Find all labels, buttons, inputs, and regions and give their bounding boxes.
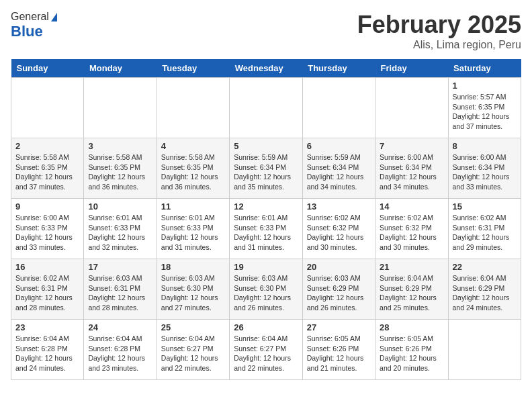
calendar-cell: 13Sunrise: 6:02 AMSunset: 6:32 PMDayligh… (302, 199, 375, 259)
day-info: Sunrise: 6:05 AMSunset: 6:26 PMDaylight:… (380, 334, 443, 373)
day-info: Sunrise: 6:04 AMSunset: 6:27 PMDaylight:… (161, 334, 225, 373)
calendar-cell: 19Sunrise: 6:03 AMSunset: 6:30 PMDayligh… (230, 259, 302, 320)
day-info: Sunrise: 6:02 AMSunset: 6:32 PMDaylight:… (380, 213, 443, 253)
calendar-cell: 12Sunrise: 6:01 AMSunset: 6:33 PMDayligh… (230, 199, 302, 259)
calendar-header-sunday: Sunday (11, 59, 84, 78)
day-info: Sunrise: 6:00 AMSunset: 6:33 PMDaylight:… (15, 213, 79, 253)
calendar-week-1: 1Sunrise: 5:57 AMSunset: 6:35 PMDaylight… (11, 78, 521, 138)
calendar-header-row: SundayMondayTuesdayWednesdayThursdayFrid… (11, 59, 521, 78)
calendar-cell: 27Sunrise: 6:05 AMSunset: 6:26 PMDayligh… (302, 320, 375, 380)
title-block: February 2025 Alis, Lima region, Peru (357, 11, 521, 51)
day-info: Sunrise: 5:58 AMSunset: 6:35 PMDaylight:… (15, 152, 79, 192)
calendar-cell (11, 78, 84, 138)
calendar-header-friday: Friday (375, 59, 448, 78)
day-info: Sunrise: 6:04 AMSunset: 6:29 PMDaylight:… (453, 273, 517, 313)
day-number: 16 (15, 262, 79, 272)
day-info: Sunrise: 6:00 AMSunset: 6:34 PMDaylight:… (380, 152, 443, 192)
day-number: 23 (15, 322, 79, 332)
calendar-cell: 17Sunrise: 6:03 AMSunset: 6:31 PMDayligh… (84, 259, 157, 320)
calendar-week-5: 23Sunrise: 6:04 AMSunset: 6:28 PMDayligh… (11, 320, 521, 380)
calendar-cell: 4Sunrise: 5:58 AMSunset: 6:35 PMDaylight… (157, 138, 229, 199)
calendar-cell: 7Sunrise: 6:00 AMSunset: 6:34 PMDaylight… (375, 138, 448, 199)
day-number: 1 (453, 81, 517, 91)
day-info: Sunrise: 6:04 AMSunset: 6:28 PMDaylight:… (88, 334, 152, 373)
calendar-week-4: 16Sunrise: 6:02 AMSunset: 6:31 PMDayligh… (11, 259, 521, 320)
day-info: Sunrise: 6:01 AMSunset: 6:33 PMDaylight:… (161, 213, 225, 253)
calendar-cell: 9Sunrise: 6:00 AMSunset: 6:33 PMDaylight… (11, 199, 84, 259)
day-number: 5 (234, 141, 298, 151)
calendar-header-saturday: Saturday (448, 59, 521, 78)
day-info: Sunrise: 5:59 AMSunset: 6:34 PMDaylight:… (234, 152, 298, 192)
day-info: Sunrise: 6:03 AMSunset: 6:31 PMDaylight:… (88, 273, 152, 313)
calendar-cell: 20Sunrise: 6:03 AMSunset: 6:29 PMDayligh… (302, 259, 375, 320)
day-info: Sunrise: 5:59 AMSunset: 6:34 PMDaylight:… (307, 152, 371, 192)
day-number: 10 (88, 201, 152, 212)
calendar-cell (84, 78, 157, 138)
day-info: Sunrise: 6:00 AMSunset: 6:34 PMDaylight:… (453, 152, 517, 192)
calendar-cell: 22Sunrise: 6:04 AMSunset: 6:29 PMDayligh… (448, 259, 521, 320)
day-number: 8 (453, 141, 517, 151)
day-number: 9 (15, 201, 79, 212)
day-number: 26 (234, 322, 298, 332)
day-info: Sunrise: 6:04 AMSunset: 6:29 PMDaylight:… (380, 273, 443, 313)
day-info: Sunrise: 6:04 AMSunset: 6:27 PMDaylight:… (234, 334, 298, 373)
calendar-cell: 2Sunrise: 5:58 AMSunset: 6:35 PMDaylight… (11, 138, 84, 199)
calendar-week-2: 2Sunrise: 5:58 AMSunset: 6:35 PMDaylight… (11, 138, 521, 199)
day-info: Sunrise: 6:05 AMSunset: 6:26 PMDaylight:… (307, 334, 371, 373)
day-info: Sunrise: 5:58 AMSunset: 6:35 PMDaylight:… (88, 152, 152, 192)
calendar-cell: 14Sunrise: 6:02 AMSunset: 6:32 PMDayligh… (375, 199, 448, 259)
day-number: 15 (453, 201, 517, 212)
calendar-table: SundayMondayTuesdayWednesdayThursdayFrid… (11, 59, 521, 380)
day-number: 6 (307, 141, 371, 151)
calendar-header-wednesday: Wednesday (230, 59, 302, 78)
calendar-cell (375, 78, 448, 138)
calendar-cell: 11Sunrise: 6:01 AMSunset: 6:33 PMDayligh… (157, 199, 229, 259)
day-number: 24 (88, 322, 152, 332)
day-number: 19 (234, 262, 298, 272)
calendar-cell: 24Sunrise: 6:04 AMSunset: 6:28 PMDayligh… (84, 320, 157, 380)
day-number: 22 (453, 262, 517, 272)
day-number: 18 (161, 262, 225, 272)
page-title: February 2025 (357, 11, 521, 39)
calendar-cell: 18Sunrise: 6:03 AMSunset: 6:30 PMDayligh… (157, 259, 229, 320)
day-number: 14 (380, 201, 443, 212)
day-number: 2 (15, 141, 79, 151)
calendar-cell: 3Sunrise: 5:58 AMSunset: 6:35 PMDaylight… (84, 138, 157, 199)
day-info: Sunrise: 6:02 AMSunset: 6:32 PMDaylight:… (307, 213, 371, 253)
day-info: Sunrise: 6:01 AMSunset: 6:33 PMDaylight:… (88, 213, 152, 253)
day-info: Sunrise: 6:02 AMSunset: 6:31 PMDaylight:… (453, 213, 517, 253)
day-info: Sunrise: 6:03 AMSunset: 6:30 PMDaylight:… (234, 273, 298, 313)
page-subtitle: Alis, Lima region, Peru (357, 39, 521, 51)
day-number: 27 (307, 322, 371, 332)
calendar-header-tuesday: Tuesday (157, 59, 229, 78)
calendar-week-3: 9Sunrise: 6:00 AMSunset: 6:33 PMDaylight… (11, 199, 521, 259)
logo-general-text: General (11, 11, 49, 23)
page-header: General Blue February 2025 Alis, Lima re… (11, 11, 521, 51)
day-info: Sunrise: 6:03 AMSunset: 6:29 PMDaylight:… (307, 273, 371, 313)
day-number: 25 (161, 322, 225, 332)
day-info: Sunrise: 6:02 AMSunset: 6:31 PMDaylight:… (15, 273, 79, 313)
calendar-cell (230, 78, 302, 138)
day-info: Sunrise: 6:03 AMSunset: 6:30 PMDaylight:… (161, 273, 225, 313)
calendar-cell: 8Sunrise: 6:00 AMSunset: 6:34 PMDaylight… (448, 138, 521, 199)
day-number: 20 (307, 262, 371, 272)
logo: General Blue (11, 11, 57, 40)
day-number: 21 (380, 262, 443, 272)
logo-blue-text: Blue (11, 23, 43, 40)
day-number: 28 (380, 322, 443, 332)
day-number: 17 (88, 262, 152, 272)
calendar-cell (302, 78, 375, 138)
day-info: Sunrise: 5:57 AMSunset: 6:35 PMDaylight:… (453, 92, 517, 132)
day-info: Sunrise: 5:58 AMSunset: 6:35 PMDaylight:… (161, 152, 225, 192)
day-number: 7 (380, 141, 443, 151)
day-number: 4 (161, 141, 225, 151)
calendar-cell: 5Sunrise: 5:59 AMSunset: 6:34 PMDaylight… (230, 138, 302, 199)
calendar-cell: 23Sunrise: 6:04 AMSunset: 6:28 PMDayligh… (11, 320, 84, 380)
calendar-cell: 26Sunrise: 6:04 AMSunset: 6:27 PMDayligh… (230, 320, 302, 380)
calendar-cell (157, 78, 229, 138)
calendar-header-thursday: Thursday (302, 59, 375, 78)
day-number: 11 (161, 201, 225, 212)
calendar-cell: 1Sunrise: 5:57 AMSunset: 6:35 PMDaylight… (448, 78, 521, 138)
calendar-header-monday: Monday (84, 59, 157, 78)
day-info: Sunrise: 6:01 AMSunset: 6:33 PMDaylight:… (234, 213, 298, 253)
